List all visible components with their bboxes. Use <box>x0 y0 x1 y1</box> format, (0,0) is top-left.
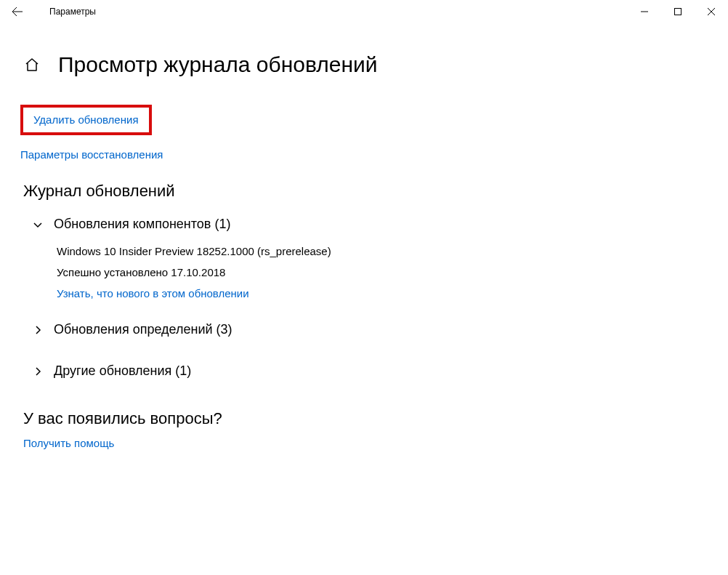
window-controls <box>628 0 728 23</box>
update-item-status: Успешно установлено 17.10.2018 <box>57 266 705 278</box>
svg-rect-0 <box>675 9 682 15</box>
other-updates-label: Другие обновления (1) <box>54 363 191 379</box>
other-updates-expander[interactable]: Другие обновления (1) <box>32 359 705 383</box>
page-header: Просмотр журнала обновлений <box>23 52 705 77</box>
page-title: Просмотр журнала обновлений <box>58 52 378 77</box>
maximize-button[interactable] <box>661 0 695 23</box>
get-help-link[interactable]: Получить помощь <box>23 437 114 449</box>
feature-updates-expander[interactable]: Обновления компонентов (1) <box>32 212 705 236</box>
titlebar: Параметры <box>0 0 728 23</box>
feature-updates-label: Обновления компонентов (1) <box>54 217 230 232</box>
close-button[interactable] <box>695 0 728 23</box>
update-item-name: Windows 10 Insider Preview 18252.1000 (r… <box>57 245 705 257</box>
minimize-icon <box>641 8 648 15</box>
definition-updates-expander[interactable]: Обновления определений (3) <box>32 318 705 342</box>
whats-new-link[interactable]: Узнать, что нового в этом обновлении <box>57 287 249 299</box>
top-links: Удалить обновления Параметры восстановле… <box>20 105 705 161</box>
uninstall-updates-highlight: Удалить обновления <box>20 105 152 135</box>
window-title: Параметры <box>49 7 96 17</box>
close-icon <box>708 8 715 15</box>
content-area: Просмотр журнала обновлений Удалить обно… <box>0 23 728 450</box>
definition-updates-label: Обновления определений (3) <box>54 322 232 337</box>
questions-title: У вас появились вопросы? <box>23 409 705 428</box>
uninstall-updates-link[interactable]: Удалить обновления <box>33 113 139 126</box>
feature-updates-content: Windows 10 Insider Preview 18252.1000 (r… <box>57 245 705 300</box>
home-button[interactable] <box>23 56 41 73</box>
recovery-options-link[interactable]: Параметры восстановления <box>20 148 163 161</box>
chevron-right-icon <box>32 324 44 336</box>
home-icon <box>25 57 39 72</box>
chevron-down-icon <box>32 219 44 230</box>
maximize-icon <box>674 8 682 15</box>
chevron-right-icon <box>32 366 44 377</box>
titlebar-left: Параметры <box>6 0 96 23</box>
back-button[interactable] <box>6 0 29 23</box>
minimize-button[interactable] <box>628 0 661 23</box>
update-history-title: Журнал обновлений <box>23 182 705 201</box>
arrow-left-icon <box>12 6 23 17</box>
